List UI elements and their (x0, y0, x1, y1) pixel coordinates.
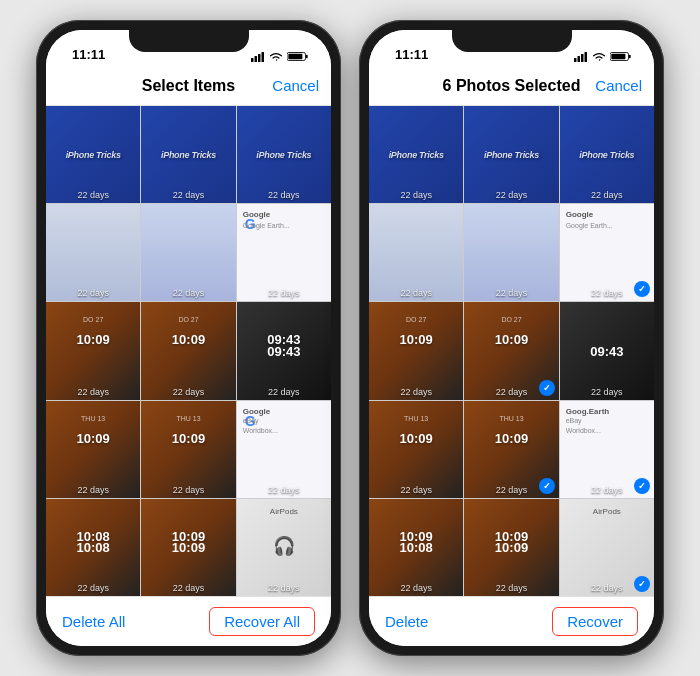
cell-label: 22 days (237, 387, 331, 397)
grid-cell-right-12[interactable]: 10:08 22 days (369, 499, 463, 596)
cell-label: 22 days (464, 387, 558, 397)
grid-cell-right-13[interactable]: 10:09 22 days (464, 499, 558, 596)
cell-label: 22 days (141, 485, 235, 495)
svg-rect-3 (262, 52, 265, 62)
cell-label: 22 days (141, 387, 235, 397)
header-title-left: Select Items (142, 77, 235, 95)
watch-day-label: DO 27 (46, 316, 140, 323)
grid-cell-right-14[interactable]: AirPods 22 days (560, 499, 654, 596)
svg-rect-5 (306, 55, 308, 59)
status-icons-left (251, 51, 309, 62)
svg-rect-2 (258, 54, 261, 62)
battery-icon-left (287, 51, 309, 62)
cell-label: 22 days (46, 583, 140, 593)
cell-label: 22 days (141, 190, 235, 200)
svg-rect-9 (581, 54, 584, 62)
grid-cell-right-8[interactable]: 09:43 22 days (560, 302, 654, 399)
cell-label: 22 days (237, 190, 331, 200)
svg-rect-13 (611, 54, 625, 59)
status-icons-right (574, 51, 632, 62)
grid-cell-left-2[interactable]: 22 days (237, 106, 331, 203)
grid-cell-left-1[interactable]: 22 days (141, 106, 235, 203)
grid-cell-right-3[interactable]: 22 days (369, 204, 463, 301)
grid-cell-left-13[interactable]: 10:09 22 days (141, 499, 235, 596)
grid-cell-right-9[interactable]: THU 13 22 days (369, 401, 463, 498)
photo-grid-right: 22 days 22 days 22 days 22 days 22 days … (369, 106, 654, 596)
grid-cell-right-4[interactable]: 22 days (464, 204, 558, 301)
cell-label: 22 days (560, 190, 654, 200)
header-left: Select Items Cancel (46, 66, 331, 106)
status-time-right: 11:11 (391, 47, 428, 62)
cell-label: 22 days (464, 485, 558, 495)
cell-label: 22 days (237, 288, 331, 298)
cell-label: 22 days (560, 583, 654, 593)
grid-cell-left-10[interactable]: THU 13 22 days (141, 401, 235, 498)
grid-cell-left-7[interactable]: DO 27 22 days (141, 302, 235, 399)
wifi-icon-right (592, 52, 606, 62)
grid-cell-left-0[interactable]: 22 days (46, 106, 140, 203)
phone-right-screen: 11:11 (369, 30, 654, 646)
grid-cell-right-0[interactable]: 22 days (369, 106, 463, 203)
grid-cell-left-12[interactable]: 10:08 22 days (46, 499, 140, 596)
cell-label: 22 days (560, 387, 654, 397)
phones-container: 11:11 (16, 0, 684, 676)
watch-day-label: THU 13 (464, 415, 558, 422)
cell-label: 22 days (464, 583, 558, 593)
footer-left: Delete All Recover All (46, 596, 331, 646)
grid-cell-left-6[interactable]: DO 27 22 days (46, 302, 140, 399)
grid-cell-left-4[interactable]: 22 days (141, 204, 235, 301)
cell-label: 22 days (141, 583, 235, 593)
footer-right: Delete Recover (369, 596, 654, 646)
watch-day-label: THU 13 (369, 415, 463, 422)
phone-right: 11:11 (359, 20, 664, 656)
cell-label: 22 days (46, 288, 140, 298)
grid-cell-right-11[interactable]: Goog.Earth eBay Worldbox... 22 days (560, 401, 654, 498)
svg-rect-0 (251, 58, 254, 62)
grid-cell-left-9[interactable]: THU 13 22 days (46, 401, 140, 498)
grid-cell-right-6[interactable]: DO 27 22 days (369, 302, 463, 399)
cell-label: 22 days (369, 190, 463, 200)
grid-cell-left-3[interactable]: 22 days (46, 204, 140, 301)
watch-day-label: THU 13 (141, 415, 235, 422)
svg-rect-8 (578, 56, 581, 62)
svg-rect-7 (574, 58, 577, 62)
cell-label: 22 days (46, 485, 140, 495)
cell-label: 22 days (237, 583, 331, 593)
cell-label: 22 days (560, 485, 654, 495)
svg-rect-6 (288, 54, 302, 59)
photo-grid-left: 22 days 22 days 22 days 22 days 22 days … (46, 106, 331, 596)
delete-all-button[interactable]: Delete All (62, 613, 125, 630)
notch-right (452, 30, 572, 52)
cancel-button-right[interactable]: Cancel (595, 77, 642, 94)
grid-cell-right-2[interactable]: 22 days (560, 106, 654, 203)
svg-rect-1 (255, 56, 258, 62)
watch-day-label: THU 13 (46, 415, 140, 422)
svg-rect-10 (585, 52, 588, 62)
cell-label: 22 days (369, 583, 463, 593)
grid-cell-right-10[interactable]: THU 13 22 days (464, 401, 558, 498)
grid-cell-right-1[interactable]: 22 days (464, 106, 558, 203)
delete-button[interactable]: Delete (385, 613, 428, 630)
grid-cell-left-14[interactable]: AirPods 22 days (237, 499, 331, 596)
svg-rect-12 (629, 55, 631, 59)
phone-left-screen: 11:11 (46, 30, 331, 646)
grid-cell-left-8[interactable]: 09:43 22 days (237, 302, 331, 399)
phone-left: 11:11 (36, 20, 341, 656)
notch-left (129, 30, 249, 52)
cell-label: 22 days (141, 288, 235, 298)
cell-label: 22 days (46, 387, 140, 397)
grid-cell-left-5[interactable]: Google Google Earth... 22 days (237, 204, 331, 301)
cell-label: 22 days (464, 288, 558, 298)
cell-label: 22 days (464, 190, 558, 200)
grid-cell-right-7[interactable]: DO 27 22 days (464, 302, 558, 399)
grid-cell-right-5[interactable]: Google Google Earth... 22 days (560, 204, 654, 301)
grid-cell-left-11[interactable]: Google eBay Worldbox... 22 days (237, 401, 331, 498)
wifi-icon-left (269, 52, 283, 62)
status-time-left: 11:11 (68, 47, 105, 62)
watch-day-label: DO 27 (369, 316, 463, 323)
cell-label: 22 days (46, 190, 140, 200)
cancel-button-left[interactable]: Cancel (272, 77, 319, 94)
cell-label: 22 days (369, 387, 463, 397)
recover-all-button[interactable]: Recover All (209, 607, 315, 636)
recover-button[interactable]: Recover (552, 607, 638, 636)
